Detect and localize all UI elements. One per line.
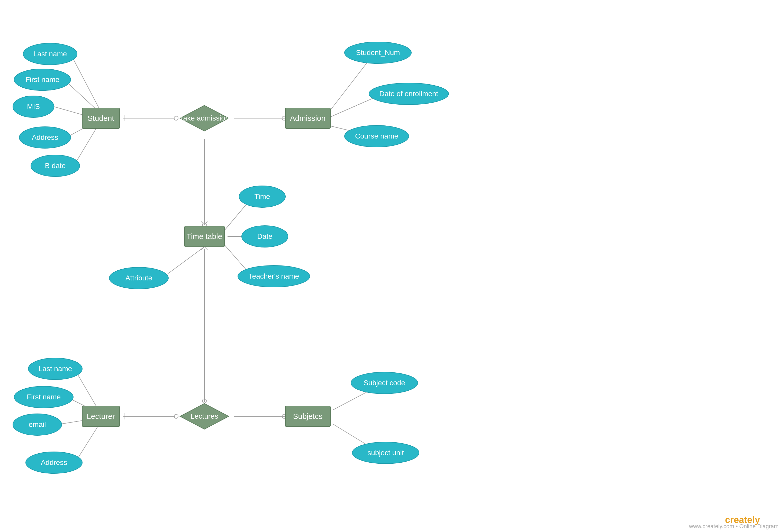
attr-timetable-teachername-label: Teacher's name: [249, 272, 299, 280]
attr-subjetcs-code-label: Subject code: [364, 379, 405, 387]
svg-line-23: [201, 247, 204, 250]
attr-admission-studentnum-label: Student_Num: [356, 49, 400, 57]
attr-admission-coursename-label: Course name: [355, 132, 398, 140]
svg-line-4: [74, 126, 98, 164]
svg-line-16: [201, 221, 204, 225]
svg-line-17: [204, 221, 207, 225]
attr-admission-dateenroll-label: Date of enrollment: [379, 90, 438, 98]
entity-subjetcs-label: Subjetcs: [293, 412, 322, 420]
svg-line-21: [162, 247, 204, 278]
attr-lecturer-email-label: email: [29, 420, 46, 428]
er-diagram: Student Admission Time table Lecturer Su…: [0, 0, 779, 532]
attr-student-lastname-label: Last name: [34, 50, 67, 58]
attr-subjetcs-unit-label: subject unit: [367, 449, 404, 457]
svg-line-24: [204, 247, 207, 250]
attr-timetable-attribute-label: Attribute: [125, 274, 152, 282]
entity-timetable-label: Time table: [187, 232, 222, 241]
attr-student-bdate-label: B date: [45, 162, 66, 170]
svg-line-35: [76, 426, 98, 461]
attr-timetable-time-label: Time: [254, 193, 270, 200]
attr-lecturer-address-label: Address: [41, 459, 67, 466]
entity-admission-label: Admission: [290, 114, 325, 122]
svg-line-0: [72, 57, 100, 111]
entity-student-label: Student: [87, 114, 114, 122]
attr-student-address-label: Address: [32, 133, 58, 141]
relationship-lectures-label: Lectures: [190, 412, 218, 420]
attr-lecturer-lastname-label: Last name: [39, 365, 72, 373]
attr-timetable-date-label: Date: [257, 232, 272, 240]
attr-lecturer-firstname-label: First name: [27, 393, 61, 401]
svg-line-5: [329, 55, 373, 112]
watermark-sub: www.creately.com • Online Diagramming: [689, 523, 779, 529]
relationship-take-admission-label: Take admission: [180, 114, 229, 122]
attr-student-firstname-label: First name: [25, 76, 59, 83]
attr-student-mis-label: MIS: [27, 103, 40, 111]
entity-lecturer-label: Lecturer: [86, 412, 115, 420]
